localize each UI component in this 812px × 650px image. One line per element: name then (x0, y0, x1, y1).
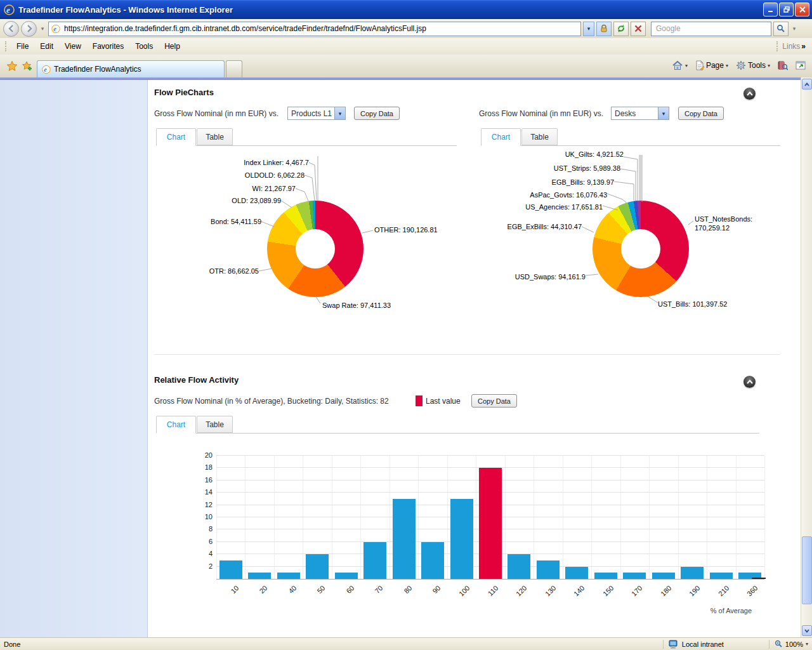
scroll-down-button[interactable] (802, 625, 812, 636)
search-input[interactable] (655, 23, 768, 34)
pie-slice-label: EGB_Bills: 9,139.97 (519, 178, 614, 186)
links-label[interactable]: Links (782, 42, 800, 51)
research-button[interactable] (775, 58, 790, 72)
back-button[interactable] (3, 21, 19, 37)
x-axis-tick: 110 (487, 584, 500, 597)
x-axis-tick: 210 (717, 584, 730, 597)
bar-90 (421, 542, 444, 579)
y-axis-tick: 18 (196, 463, 213, 471)
grid-line-vertical (707, 456, 707, 579)
menu-edit[interactable]: Edit (34, 40, 59, 53)
bar-70 (363, 542, 386, 579)
links-overflow-chevron[interactable]: » (801, 42, 806, 51)
y-axis-tick: 20 (196, 451, 213, 459)
scroll-up-button[interactable] (802, 79, 812, 90)
menu-tools[interactable]: Tools (129, 40, 159, 53)
x-axis-tick: 190 (688, 584, 701, 597)
grid-line-vertical (505, 456, 506, 579)
add-favorite-icon[interactable] (22, 60, 33, 72)
pie-slice-label: OTR: 86,662.05 (164, 267, 259, 275)
svg-text:e: e (6, 5, 10, 15)
x-axis-tick: 20 (258, 584, 269, 595)
right-pie-copy-data-button[interactable]: Copy Data (678, 107, 724, 120)
page-dropdown[interactable]: ▾ (726, 63, 728, 69)
bar-20 (248, 573, 271, 579)
bar-180 (652, 573, 675, 579)
vertical-scrollbar[interactable] (801, 77, 812, 637)
activity-copy-data-button[interactable]: Copy Data (471, 394, 517, 408)
scrollbar-thumb[interactable] (802, 536, 812, 604)
chevron-down-icon: ▾ (658, 107, 669, 119)
recent-pages-dropdown[interactable]: ▾ (39, 21, 46, 37)
grid-line-horizontal (216, 455, 764, 456)
url-input[interactable] (63, 23, 578, 34)
x-axis-tick: 180 (659, 584, 672, 597)
search-button[interactable] (773, 22, 789, 36)
section-divider (154, 354, 780, 355)
left-pie-dimension-select[interactable]: Products L1 ▾ (287, 107, 346, 120)
search-options-dropdown[interactable]: ▾ (790, 21, 798, 37)
legend-swatch (416, 395, 422, 406)
right-pie-tab-table[interactable]: Table (521, 128, 558, 145)
menu-favorites[interactable]: Favorites (87, 40, 129, 53)
address-dropdown-button[interactable]: ▾ (583, 22, 594, 36)
right-pie-tab-baseline (481, 145, 780, 146)
bar-210 (710, 573, 733, 579)
right-pie-tab-chart[interactable]: Chart (481, 128, 521, 146)
menu-help[interactable]: Help (159, 40, 186, 53)
zoom-control[interactable]: 100% ▾ (775, 640, 808, 648)
activity-tab-table[interactable]: Table (197, 416, 233, 433)
left-pie-tab-baseline (156, 145, 457, 146)
zoom-dropdown[interactable]: ▾ (806, 641, 808, 647)
grid-line-vertical (418, 456, 419, 579)
x-axis-tick: 80 (402, 584, 413, 595)
menu-view[interactable]: View (59, 40, 87, 53)
minimize-button[interactable] (763, 3, 778, 17)
bar-80 (393, 499, 416, 579)
bar-170 (623, 573, 646, 579)
activity-subtitle: Gross Flow Nominal (in % of Average), Bu… (154, 397, 389, 406)
x-axis-title: % of Average (625, 607, 752, 614)
zoom-level: 100% (785, 640, 803, 648)
restore-button[interactable] (779, 3, 794, 17)
favorites-star-icon[interactable] (6, 60, 18, 72)
lock-icon[interactable] (596, 22, 612, 36)
home-button[interactable]: ▾ (669, 58, 690, 72)
grid-line-vertical (591, 456, 592, 579)
right-pie-subtitle: Gross Flow Nominal (in mn EUR) vs. (479, 109, 603, 118)
activity-tab-chart[interactable]: Chart (156, 416, 196, 434)
pie-slice-label: USD_Swaps: 94,161.9 (490, 273, 586, 281)
y-axis-tick: 16 (196, 476, 213, 484)
refresh-button[interactable] (613, 22, 629, 36)
right-pie-dimension-select[interactable]: Desks ▾ (611, 107, 669, 120)
pie-slice-label: OTHER: 190,126.81 (374, 226, 438, 234)
address-box: e (48, 22, 581, 36)
bar-130 (537, 560, 560, 579)
menu-file[interactable]: File (11, 40, 34, 53)
tools-dropdown[interactable]: ▾ (768, 63, 770, 69)
left-pie-tab-table[interactable]: Table (197, 128, 233, 145)
left-pie-copy-data-button[interactable]: Copy Data (354, 107, 400, 120)
pie-section-collapse-button[interactable] (743, 88, 756, 100)
forward-button[interactable] (21, 21, 37, 37)
activity-section-collapse-button[interactable] (743, 376, 756, 388)
menu-bar: File Edit View Favorites Tools Help Link… (0, 38, 812, 55)
tab-bar: e Tradefinder FlowAnalytics ▾ Page▾ Tool… (0, 55, 812, 77)
y-axis-tick: 4 (196, 550, 213, 557)
page-button[interactable]: Page▾ (693, 58, 731, 72)
open-in-window-button[interactable] (793, 59, 808, 72)
grid-line-vertical (390, 456, 390, 579)
home-dropdown[interactable]: ▾ (685, 63, 688, 69)
stop-button[interactable] (631, 22, 646, 36)
new-tab-stub[interactable] (226, 60, 242, 77)
close-button[interactable] (795, 3, 809, 17)
window-title: Tradefinder FlowAnalytics - Windows Inte… (18, 5, 762, 15)
left-pie-tab-chart[interactable]: Chart (156, 128, 196, 146)
tab-tradefinder[interactable]: e Tradefinder FlowAnalytics (37, 60, 225, 77)
grid-line-vertical (360, 456, 361, 579)
tools-button[interactable]: Tools▾ (733, 58, 773, 72)
svg-text:e: e (44, 66, 47, 73)
tab-favicon: e (42, 65, 51, 74)
pie-slice-label: Index Linker: 4,467.7 (214, 159, 309, 166)
pie-slice-label: UST_NotesBonds: 170,259.12 (695, 215, 761, 232)
